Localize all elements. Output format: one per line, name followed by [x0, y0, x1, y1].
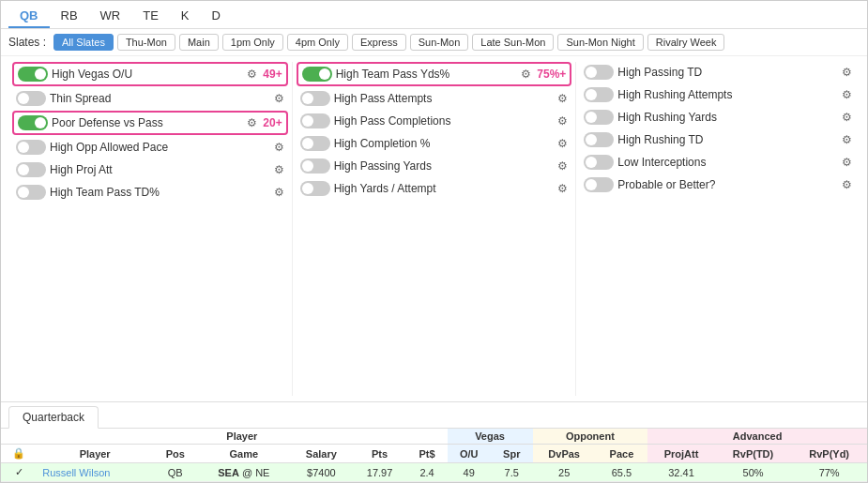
pos-tab-qb[interactable]: QB — [8, 5, 50, 28]
slate-btn-rivalry-week[interactable]: Rivalry Week — [647, 34, 725, 51]
check-icon: ✓ — [1, 463, 37, 482]
filter-toggle[interactable] — [584, 87, 614, 102]
gear-icon[interactable]: ⚙ — [521, 68, 531, 81]
filter-toggle[interactable] — [584, 177, 614, 192]
filter-row: Thin Spread⚙ — [12, 88, 288, 109]
filter-label: Poor Defense vs Pass — [52, 116, 243, 129]
pos-tabs: QBRBWRTEKD — [1, 1, 867, 29]
filter-toggle[interactable] — [584, 65, 614, 80]
col-header: RvP(Yd) — [791, 445, 867, 463]
pos-tab-k[interactable]: K — [170, 5, 201, 28]
gear-icon[interactable]: ⚙ — [842, 111, 852, 124]
filter-label: High Pass Completions — [334, 114, 555, 128]
col-header: Pts — [353, 445, 407, 463]
slate-btn-sun-mon[interactable]: Sun-Mon — [410, 34, 469, 51]
player-ou: 49 — [448, 463, 491, 482]
filter-toggle[interactable] — [300, 91, 330, 106]
col-header: 🔒 — [1, 445, 37, 463]
gear-icon[interactable]: ⚙ — [247, 116, 257, 129]
filter-row: High Passing TD⚙ — [580, 62, 856, 83]
slate-btn-all-slates[interactable]: All Slates — [53, 34, 114, 51]
player-spr: 7.5 — [491, 463, 533, 482]
filter-label: Thin Spread — [50, 92, 270, 105]
gear-icon[interactable]: ⚙ — [557, 114, 568, 128]
slate-btn-late-sun-mon[interactable]: Late Sun-Mon — [472, 34, 554, 51]
filter-toggle[interactable] — [18, 115, 48, 130]
filter-toggle[interactable] — [16, 140, 46, 155]
gear-icon[interactable]: ⚙ — [274, 141, 284, 154]
filter-toggle[interactable] — [584, 110, 614, 125]
player-pos: QB — [153, 463, 197, 482]
gear-icon[interactable]: ⚙ — [557, 92, 568, 105]
filter-row: Probable or Better?⚙ — [580, 174, 856, 195]
filter-label: High Proj Att — [50, 163, 270, 176]
slate-btn-thu-mon[interactable]: Thu-Mon — [117, 34, 175, 51]
slate-btn-sun-mon-night[interactable]: Sun-Mon Night — [557, 34, 643, 51]
gear-icon[interactable]: ⚙ — [247, 68, 257, 81]
filter-toggle[interactable] — [300, 158, 330, 174]
group-header-adv: Advanced — [647, 429, 867, 445]
gear-icon[interactable]: ⚙ — [557, 159, 568, 173]
filter-badge: 49+ — [263, 68, 282, 81]
player-rvp-td: 50% — [715, 463, 792, 482]
filter-label: High Vegas O/U — [52, 68, 243, 81]
pos-tab-wr[interactable]: WR — [89, 5, 132, 28]
gear-icon[interactable]: ⚙ — [274, 163, 284, 176]
filter-row: High Pass Completions⚙ — [297, 111, 572, 131]
quarterback-tab[interactable]: Quarterback — [8, 406, 99, 429]
slate-btn-4pm-only[interactable]: 4pm Only — [287, 34, 348, 51]
filter-toggle[interactable] — [302, 67, 332, 82]
filter-row: Low Interceptions⚙ — [580, 152, 856, 173]
slates-row: Slates : All SlatesThu-MonMain1pm Only4p… — [1, 29, 867, 56]
player-dvpas: 25 — [533, 463, 596, 482]
player-name[interactable]: Russell Wilson — [37, 463, 153, 482]
filter-label: High Passing Yards — [334, 159, 555, 173]
gear-icon[interactable]: ⚙ — [274, 186, 284, 199]
gear-icon[interactable]: ⚙ — [557, 137, 568, 150]
slate-btn-main[interactable]: Main — [179, 34, 219, 51]
gear-icon[interactable]: ⚙ — [842, 133, 852, 146]
col-header: DvPas — [533, 445, 596, 463]
table-row: ✓Russell WilsonQBSEA @ NE$740017.972.449… — [1, 463, 867, 482]
filter-toggle[interactable] — [300, 113, 330, 128]
filter-toggle[interactable] — [18, 67, 48, 82]
filter-row: High Pass Attempts⚙ — [297, 88, 572, 109]
player-pace: 65.5 — [596, 463, 647, 482]
gear-icon[interactable]: ⚙ — [842, 178, 852, 191]
pos-tab-rb[interactable]: RB — [50, 5, 89, 28]
filters-area: High Vegas O/U⚙49+Thin Spread⚙Poor Defen… — [1, 56, 867, 402]
filter-label: Probable or Better? — [617, 178, 838, 191]
filter-toggle[interactable] — [16, 162, 46, 177]
col-header: Game — [197, 445, 290, 463]
group-header-opp: Opponent — [533, 429, 648, 445]
pos-tab-te[interactable]: TE — [131, 5, 170, 28]
col-header: Salary — [290, 445, 352, 463]
filter-toggle[interactable] — [16, 91, 46, 106]
filter-label: High Team Pass Yds% — [336, 68, 518, 81]
main-container: QBRBWRTEKD Slates : All SlatesThu-MonMai… — [0, 0, 868, 483]
filter-label: High Team Pass TD% — [50, 186, 270, 199]
gear-icon[interactable]: ⚙ — [557, 182, 568, 195]
col-header: Pace — [596, 445, 647, 463]
filter-toggle[interactable] — [584, 155, 614, 170]
tab-bar: Quarterback — [1, 402, 867, 429]
player-projatt: 32.41 — [647, 463, 715, 482]
gear-icon[interactable]: ⚙ — [274, 92, 284, 105]
pos-tab-d[interactable]: D — [201, 5, 232, 28]
filter-toggle[interactable] — [300, 136, 330, 151]
filter-label: High Pass Attempts — [334, 92, 555, 105]
filter-label: High Rushing TD — [617, 133, 838, 146]
filters-col-2: High Team Pass Yds%⚙75%+High Pass Attemp… — [293, 62, 577, 396]
gear-icon[interactable]: ⚙ — [842, 88, 852, 101]
slate-btn-1pm-only[interactable]: 1pm Only — [222, 34, 283, 51]
filter-toggle[interactable] — [300, 181, 330, 196]
slate-btn-express[interactable]: Express — [352, 34, 406, 51]
col-header: Pt$ — [407, 445, 448, 463]
filter-toggle[interactable] — [16, 185, 46, 200]
filter-row: High Yards / Attempt⚙ — [297, 178, 572, 199]
gear-icon[interactable]: ⚙ — [842, 156, 852, 169]
filter-toggle[interactable] — [584, 132, 614, 147]
gear-icon[interactable]: ⚙ — [842, 66, 852, 79]
player-game: SEA @ NE — [197, 463, 290, 482]
filter-row: High Passing Yards⚙ — [297, 156, 572, 176]
